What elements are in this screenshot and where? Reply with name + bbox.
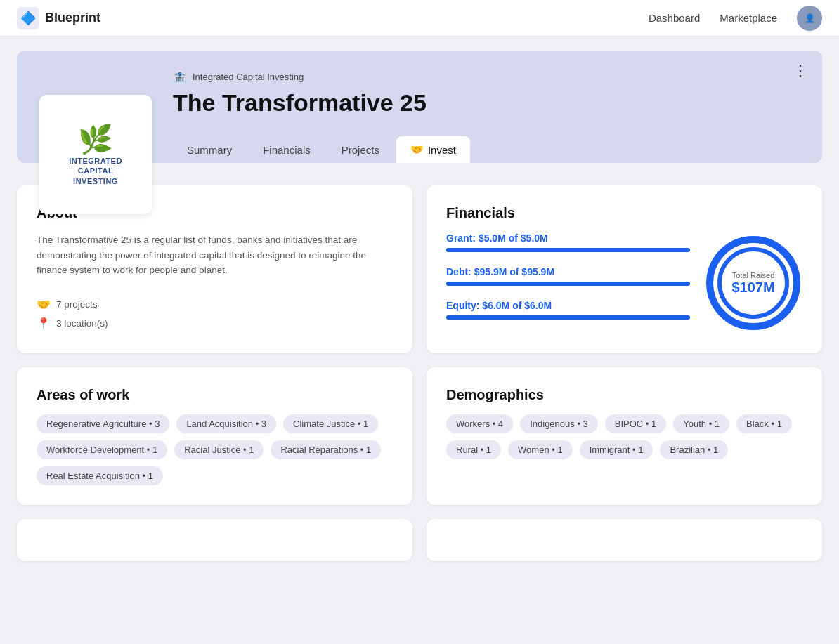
grant-key: Grant:	[446, 232, 479, 244]
areas-tags: Regenerative Agriculture • 3 Land Acquis…	[37, 414, 393, 485]
tag-immigrant[interactable]: Immigrant • 1	[580, 440, 653, 459]
org-icon: 🏦	[173, 70, 187, 84]
bottom-card-left	[17, 519, 412, 561]
financials-content: Grant: $5.0M of $5.0M Debt: $95.9M of $9…	[446, 232, 802, 334]
avatar-initials: 👤	[805, 13, 815, 23]
hero-tabs: Summary Financials Projects 🤝 Invest	[39, 136, 800, 163]
donut-chart: Total Raised $107M	[704, 234, 802, 332]
grant-value: $5.0M	[479, 232, 506, 244]
debt-value: $95.9M	[474, 266, 507, 277]
projects-icon: 🤝	[37, 298, 51, 311]
donut-value: $107M	[731, 280, 774, 296]
org-name: Integrated Capital Investing	[193, 72, 304, 82]
tag-women[interactable]: Women • 1	[508, 440, 573, 459]
logo-leaf-icon: 🌿	[69, 123, 122, 156]
bottom-card-right	[427, 519, 822, 561]
debt-label: Debt: $95.9M of $95.9M	[446, 266, 690, 277]
nav-marketplace[interactable]: Marketplace	[720, 12, 777, 24]
donut-center: Total Raised $107M	[731, 271, 774, 296]
grant-total: of $5.0M	[509, 232, 548, 244]
demographics-card: Demographics Workers • 4 Indigenous • 3 …	[427, 367, 822, 505]
demographics-tags: Workers • 4 Indigenous • 3 BIPOC • 1 You…	[446, 414, 802, 459]
more-options-button[interactable]: ⋮	[793, 62, 808, 80]
tag-indigenous[interactable]: Indigenous • 3	[520, 414, 598, 433]
fund-logo: 🌿 INTEGRATEDCAPITALINVESTING	[39, 95, 152, 214]
tab-projects[interactable]: Projects	[327, 137, 394, 163]
top-navigation: 🔷 Blueprint Dashboard Marketplace 👤	[0, 0, 839, 37]
nav-dashboard[interactable]: Dashboard	[649, 12, 700, 24]
grant-bar-bg	[446, 248, 690, 252]
equity-bar-fill	[446, 315, 690, 320]
tag-workforce-development[interactable]: Workforce Development • 1	[37, 440, 167, 459]
grant-label: Grant: $5.0M of $5.0M	[446, 232, 690, 244]
invest-icon: 🤝	[410, 143, 424, 156]
locations-count: 3 location(s)	[56, 318, 108, 329]
nav-links: Dashboard Marketplace 👤	[649, 6, 822, 31]
tag-brazilian[interactable]: Brazilian • 1	[660, 440, 728, 459]
tag-workers[interactable]: Workers • 4	[446, 414, 513, 433]
fund-logo-text: INTEGRATEDCAPITALINVESTING	[69, 156, 122, 186]
debt-total: of $95.9M	[509, 266, 554, 277]
equity-bar-bg	[446, 315, 690, 320]
tag-climate-justice[interactable]: Climate Justice • 1	[283, 414, 378, 433]
tag-racial-reparations[interactable]: Racial Reparations • 1	[271, 440, 381, 459]
debt-key: Debt:	[446, 266, 474, 277]
tag-black[interactable]: Black • 1	[736, 414, 792, 433]
projects-meta: 🤝 7 projects	[37, 298, 393, 311]
financials-title: Financials	[446, 205, 802, 221]
logo-text: Blueprint	[45, 11, 100, 25]
main-content: About The Transformative 25 is a regular…	[0, 177, 839, 519]
debt-row: Debt: $95.9M of $95.9M	[446, 266, 690, 286]
grant-bar-fill	[446, 248, 690, 252]
demographics-title: Demographics	[446, 387, 802, 403]
tab-summary[interactable]: Summary	[173, 137, 246, 163]
location-icon: 📍	[37, 317, 51, 330]
tag-racial-justice[interactable]: Racial Justice • 1	[174, 440, 264, 459]
tag-real-estate-acquisition[interactable]: Real Estate Acquisition • 1	[37, 466, 163, 485]
fund-title: The Transformative 25	[173, 89, 800, 117]
bottom-partial-cards	[0, 519, 839, 575]
equity-total: of $6.0M	[512, 300, 552, 311]
areas-of-work-card: Areas of work Regenerative Agriculture •…	[17, 367, 412, 505]
about-description: The Transformative 25 is a regular list …	[37, 232, 393, 278]
grant-row: Grant: $5.0M of $5.0M	[446, 232, 690, 252]
tag-rural[interactable]: Rural • 1	[446, 440, 501, 459]
about-meta: 🤝 7 projects 📍 3 location(s)	[37, 298, 393, 330]
tag-regenerative-agriculture[interactable]: Regenerative Agriculture • 3	[37, 414, 169, 433]
tag-bipoc[interactable]: BIPOC • 1	[605, 414, 666, 433]
tag-youth[interactable]: Youth • 1	[673, 414, 729, 433]
tab-invest[interactable]: 🤝 Invest	[396, 136, 470, 163]
financials-bars: Grant: $5.0M of $5.0M Debt: $95.9M of $9…	[446, 232, 690, 334]
invest-label: Invest	[428, 144, 456, 156]
financials-card: Financials Grant: $5.0M of $5.0M Debt:	[427, 185, 822, 353]
projects-count: 7 projects	[56, 299, 98, 310]
hero-banner: 🌿 INTEGRATEDCAPITALINVESTING 🏦 Integrate…	[17, 51, 822, 163]
equity-label: Equity: $6.0M of $6.0M	[446, 300, 690, 311]
donut-label: Total Raised	[731, 271, 774, 280]
areas-title: Areas of work	[37, 387, 393, 403]
locations-meta: 📍 3 location(s)	[37, 317, 393, 330]
logo[interactable]: 🔷 Blueprint	[17, 7, 649, 29]
user-avatar[interactable]: 👤	[797, 6, 822, 31]
org-name-row: 🏦 Integrated Capital Investing	[173, 70, 800, 84]
logo-icon: 🔷	[17, 7, 39, 29]
debt-bar-fill	[446, 282, 690, 286]
equity-row: Equity: $6.0M of $6.0M	[446, 300, 690, 320]
debt-bar-bg	[446, 282, 690, 286]
tag-land-acquisition[interactable]: Land Acquisition • 3	[176, 414, 276, 433]
equity-value: $6.0M	[482, 300, 509, 311]
equity-key: Equity:	[446, 300, 482, 311]
tab-financials[interactable]: Financials	[249, 137, 325, 163]
